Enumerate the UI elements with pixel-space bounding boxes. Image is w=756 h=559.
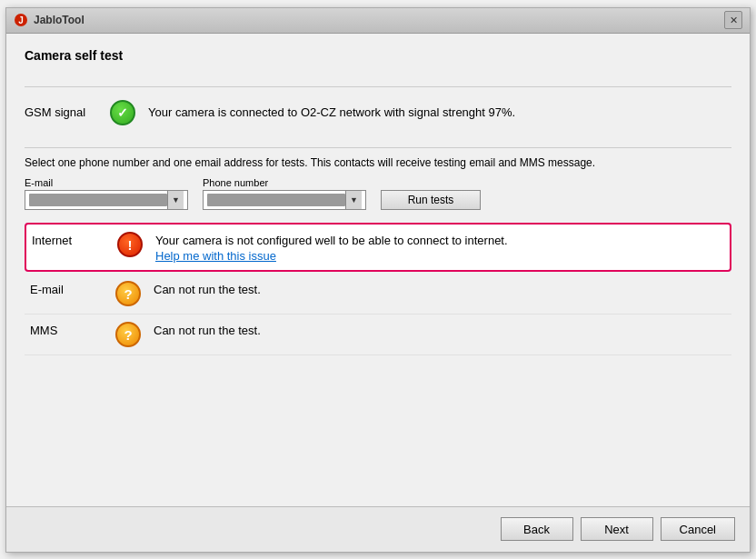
gsm-check-icon: ✓ — [110, 100, 135, 125]
test-row-email: E-mail ? Can not run the test. — [25, 274, 731, 314]
test-row-internet: Internet ! Your camera is not configured… — [25, 223, 731, 272]
test-internet-messages: Your camera is not configured well to be… — [155, 232, 508, 263]
phone-field-label: Phone number — [203, 177, 366, 188]
main-window: J JabloTool ✕ Camera self test GSM signa… — [5, 7, 751, 553]
test-mms-label: MMS — [30, 322, 103, 337]
email-field-label: E-mail — [25, 177, 188, 188]
help-link-internet[interactable]: Help me with this issue — [155, 249, 508, 263]
next-button[interactable]: Next — [581, 517, 653, 541]
email-field-group: E-mail ▼ — [25, 177, 188, 210]
svg-text:J: J — [18, 15, 24, 25]
test-email-message: Can not run the test. — [154, 283, 261, 296]
phone-field-group: Phone number ▼ — [203, 177, 366, 210]
email-combo[interactable]: ▼ — [25, 190, 188, 210]
test-row-mms: MMS ? Can not run the test. — [25, 314, 731, 355]
error-icon: ! — [117, 232, 143, 257]
phone-combo-arrow[interactable]: ▼ — [345, 191, 362, 209]
select-description: Select one phone number and one email ad… — [25, 155, 731, 171]
gsm-signal-row: GSM signal ✓ Your camera is connected to… — [25, 100, 731, 125]
test-email-icon: ? — [115, 281, 141, 306]
title-bar: J JabloTool ✕ — [6, 8, 750, 34]
email-combo-value — [29, 194, 167, 206]
fields-row: E-mail ▼ Phone number ▼ Run tests — [25, 177, 731, 210]
cancel-button[interactable]: Cancel — [661, 517, 735, 541]
gsm-status-text: Your camera is connected to O2-CZ networ… — [148, 105, 515, 119]
phone-combo-value — [207, 194, 345, 206]
footer: Back Next Cancel — [6, 506, 750, 552]
gsm-label: GSM signal — [25, 105, 97, 119]
close-button[interactable]: ✕ — [724, 11, 742, 29]
title-bar-text: JabloTool — [34, 14, 724, 26]
question-icon-mms: ? — [115, 322, 141, 347]
phone-combo[interactable]: ▼ — [203, 190, 366, 210]
test-email-label: E-mail — [30, 281, 103, 296]
divider-1 — [25, 86, 731, 87]
test-internet-message: Your camera is not configured well to be… — [155, 234, 508, 247]
question-icon-email: ? — [115, 281, 141, 306]
test-internet-icon: ! — [117, 232, 143, 257]
test-mms-message: Can not run the test. — [154, 324, 261, 337]
content-area: Camera self test GSM signal ✓ Your camer… — [6, 34, 750, 506]
run-tests-button[interactable]: Run tests — [381, 190, 481, 210]
back-button[interactable]: Back — [501, 517, 573, 541]
test-mms-icon: ? — [115, 322, 141, 347]
email-combo-arrow[interactable]: ▼ — [167, 191, 184, 209]
test-results: Internet ! Your camera is not configured… — [25, 223, 731, 355]
app-icon: J — [14, 13, 28, 27]
test-internet-label: Internet — [32, 232, 104, 247]
divider-2 — [25, 147, 731, 148]
test-email-messages: Can not run the test. — [154, 281, 261, 296]
page-title: Camera self test — [25, 48, 731, 63]
test-mms-messages: Can not run the test. — [154, 322, 261, 337]
